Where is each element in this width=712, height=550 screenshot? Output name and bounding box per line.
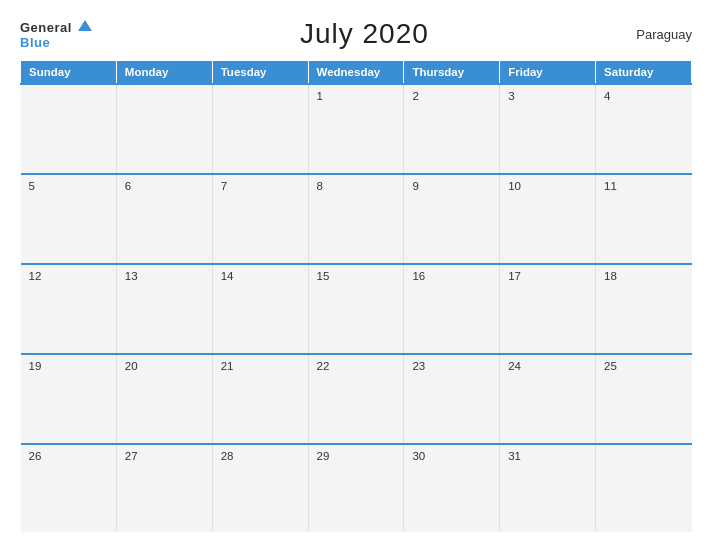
calendar-day-cell: 11 <box>596 174 692 264</box>
calendar-day-cell: 25 <box>596 354 692 444</box>
col-friday: Friday <box>500 61 596 85</box>
calendar-day-cell: 17 <box>500 264 596 354</box>
calendar-day-cell: 13 <box>116 264 212 354</box>
calendar-week-row: 1234 <box>21 84 692 174</box>
calendar-day-cell: 29 <box>308 444 404 532</box>
calendar-day-cell: 18 <box>596 264 692 354</box>
calendar-day-cell: 30 <box>404 444 500 532</box>
calendar-week-row: 19202122232425 <box>21 354 692 444</box>
country-label: Paraguay <box>636 27 692 42</box>
calendar-day-cell: 6 <box>116 174 212 264</box>
calendar-day-cell: 28 <box>212 444 308 532</box>
calendar-day-cell: 2 <box>404 84 500 174</box>
header: General Blue July 2020 Paraguay <box>20 18 692 50</box>
month-title: July 2020 <box>300 18 429 50</box>
calendar-day-cell <box>596 444 692 532</box>
calendar-day-cell: 1 <box>308 84 404 174</box>
calendar-header-row: Sunday Monday Tuesday Wednesday Thursday… <box>21 61 692 85</box>
calendar-day-cell: 24 <box>500 354 596 444</box>
calendar-day-cell: 27 <box>116 444 212 532</box>
calendar-day-cell <box>21 84 117 174</box>
calendar-day-cell: 10 <box>500 174 596 264</box>
calendar-day-cell: 19 <box>21 354 117 444</box>
calendar-day-cell <box>212 84 308 174</box>
calendar-day-cell: 12 <box>21 264 117 354</box>
col-thursday: Thursday <box>404 61 500 85</box>
calendar-day-cell: 23 <box>404 354 500 444</box>
calendar-day-cell: 31 <box>500 444 596 532</box>
col-wednesday: Wednesday <box>308 61 404 85</box>
logo-blue-text: Blue <box>20 36 50 50</box>
calendar-day-cell: 20 <box>116 354 212 444</box>
calendar-day-cell: 21 <box>212 354 308 444</box>
logo: General Blue <box>20 18 92 50</box>
calendar: Sunday Monday Tuesday Wednesday Thursday… <box>20 60 692 532</box>
col-sunday: Sunday <box>21 61 117 85</box>
calendar-day-cell: 16 <box>404 264 500 354</box>
calendar-day-cell: 7 <box>212 174 308 264</box>
calendar-day-cell: 22 <box>308 354 404 444</box>
col-tuesday: Tuesday <box>212 61 308 85</box>
logo-triangle-icon <box>78 20 92 31</box>
calendar-week-row: 12131415161718 <box>21 264 692 354</box>
col-saturday: Saturday <box>596 61 692 85</box>
calendar-day-cell: 4 <box>596 84 692 174</box>
calendar-day-cell: 9 <box>404 174 500 264</box>
calendar-day-cell <box>116 84 212 174</box>
calendar-day-cell: 8 <box>308 174 404 264</box>
logo-general-text: General <box>20 20 72 35</box>
calendar-day-cell: 14 <box>212 264 308 354</box>
calendar-week-row: 262728293031 <box>21 444 692 532</box>
calendar-day-cell: 26 <box>21 444 117 532</box>
calendar-day-cell: 5 <box>21 174 117 264</box>
calendar-day-cell: 15 <box>308 264 404 354</box>
col-monday: Monday <box>116 61 212 85</box>
calendar-week-row: 567891011 <box>21 174 692 264</box>
calendar-day-cell: 3 <box>500 84 596 174</box>
